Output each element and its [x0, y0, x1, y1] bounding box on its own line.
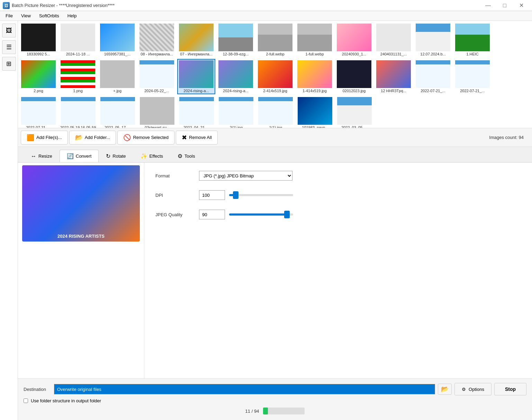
dpi-input[interactable] — [199, 190, 225, 200]
image-thumbnail — [337, 60, 371, 88]
image-cell[interactable]: 2022-07-21_... — [453, 59, 492, 94]
image-cell[interactable]: 2024-rising-a... — [217, 59, 255, 94]
image-cell[interactable]: 2024-11-18 ... — [59, 22, 97, 58]
image-cell[interactable]: 2022-05-19 16-05-59 — [59, 96, 97, 128]
image-cell[interactable]: 1-full.webp — [296, 22, 334, 58]
format-select[interactable]: JPG (*.jpg) JPEG Bitmap PNG (*.png) BMP … — [199, 171, 292, 181]
list-view-button[interactable]: ☰ — [2, 40, 16, 54]
menu-help[interactable]: Help — [63, 12, 81, 20]
menu-bar: File View SoftOrbits Help — [0, 11, 532, 21]
image-label: 2024-11-18 ... — [66, 52, 90, 56]
main-container: 🖼 ☰ ⊞ 18330992 5...2024-11-18 ...1659957… — [0, 21, 532, 420]
format-row: Format JPG (*.jpg) JPEG Bitmap PNG (*.pn… — [155, 171, 521, 181]
preview-panel: 2024 RISING ARTISTS — [18, 163, 144, 378]
browse-button[interactable]: 📂 — [438, 384, 452, 395]
image-thumbnail — [179, 60, 214, 88]
convert-icon: 🔄 — [67, 153, 74, 159]
image-cell[interactable]: 2024-rising-a... — [177, 59, 215, 94]
image-cell[interactable]: 101983_payp... — [296, 96, 334, 128]
add-folder-icon: 📂 — [75, 134, 83, 141]
image-label: 12 HHR3Tpq... — [381, 89, 406, 93]
image-cell[interactable]: 2-414x519.jpg — [256, 59, 294, 94]
preview-label: 2024 RISING ARTISTS — [57, 234, 105, 239]
tab-tools-label: Tools — [184, 154, 195, 159]
image-cell[interactable]: 2022_05_17_... — [99, 96, 137, 128]
grid-view-button[interactable]: ⊞ — [2, 57, 16, 71]
image-cell[interactable]: 1-414x519.jpg — [296, 59, 334, 94]
lower-panel: 2024 RISING ARTISTS Format JPG (*.jpg) J… — [18, 163, 532, 378]
image-cell[interactable]: 2.png — [19, 59, 57, 94]
options-button[interactable]: ⚙ Options — [454, 383, 492, 395]
images-count: Images count: 94 — [489, 135, 529, 140]
image-thumbnail — [100, 97, 135, 125]
image-label: 2.png — [34, 89, 43, 93]
image-cell[interactable]: 2022-07-21_... — [414, 59, 452, 94]
tab-rotate[interactable]: ↻ Rotate — [99, 150, 133, 162]
close-button[interactable]: ✕ — [513, 0, 529, 11]
maximize-button[interactable]: □ — [497, 0, 513, 11]
image-cell[interactable]: 2024-05-22_... — [138, 59, 176, 94]
image-cell[interactable]: 1659957381_... — [98, 22, 136, 58]
destination-input[interactable] — [54, 384, 435, 394]
image-thumbnail — [218, 60, 253, 88]
image-cell[interactable]: 08 - Ингерманла... — [138, 22, 176, 58]
image-cell[interactable]: 2022_03_05_... — [335, 96, 373, 128]
tab-tools[interactable]: ⚙ Tools — [170, 150, 202, 162]
image-thumbnail — [297, 60, 332, 88]
tab-rotate-label: Rotate — [112, 154, 126, 159]
image-cell[interactable]: 12.07.2024.b... — [414, 22, 452, 58]
image-cell[interactable]: 2022-07-21_... — [19, 96, 57, 128]
image-thumbnail — [258, 60, 292, 88]
progress-text: 11 / 94 — [245, 409, 259, 414]
image-cell[interactable]: 12 HHR3Tpq... — [375, 59, 413, 94]
add-files-button[interactable]: 🟧 Add File(s)... — [21, 131, 68, 145]
image-cell[interactable]: 1(1).jpg — [256, 96, 295, 128]
jpeg-quality-input[interactable] — [199, 210, 225, 219]
image-label: 08 - Ингерманла... — [141, 52, 173, 56]
image-cell[interactable]: 2-full.webp — [256, 22, 294, 58]
minimize-button[interactable]: — — [480, 0, 496, 11]
image-cell[interactable]: 03stewart-su... — [138, 96, 176, 128]
image-thumbnail — [416, 24, 450, 51]
bottom-bar: Destination 📂 ⚙ Options Stop Use folder … — [18, 378, 532, 420]
remove-selected-button[interactable]: 🚫 Remove Selected — [117, 131, 174, 145]
add-folder-button[interactable]: 📂 Add Folder... — [69, 131, 116, 145]
tab-effects[interactable]: ✨ Effects — [133, 150, 171, 162]
image-label: 2(1).jpg — [230, 125, 243, 128]
add-files-label: Add File(s)... — [36, 135, 62, 140]
image-thumbnail — [337, 24, 371, 51]
dpi-slider[interactable] — [229, 194, 293, 196]
menu-file[interactable]: File — [1, 12, 17, 20]
title-bar-controls: — □ ✕ — [480, 0, 529, 11]
stop-button[interactable]: Stop — [494, 383, 526, 395]
image-label: 2022-07-21_... — [26, 125, 51, 128]
image-cell[interactable]: +.jpg — [98, 59, 136, 94]
image-cell[interactable]: 1.HEIC — [453, 22, 492, 58]
tab-convert[interactable]: 🔄 Convert — [60, 150, 99, 162]
image-cell[interactable]: 12-38-09-ezg... — [217, 22, 255, 58]
image-cell[interactable]: 2(1).jpg — [217, 96, 255, 128]
image-cell[interactable]: 1.png — [59, 59, 97, 94]
menu-view[interactable]: View — [17, 12, 35, 20]
image-grid[interactable]: 18330992 5...2024-11-18 ...1659957381_..… — [18, 21, 532, 128]
settings-panel: Format JPG (*.jpg) JPEG Bitmap PNG (*.pn… — [144, 163, 532, 378]
remove-selected-icon: 🚫 — [123, 134, 131, 141]
remove-all-button[interactable]: ✖ Remove All — [176, 131, 218, 145]
image-cell[interactable]: 02012023.jpg — [335, 59, 373, 94]
folder-structure-checkbox[interactable] — [24, 399, 28, 403]
images-view-button[interactable]: 🖼 — [2, 24, 16, 37]
image-cell[interactable]: 2404031131_... — [375, 22, 413, 58]
jpeg-quality-slider[interactable] — [229, 213, 293, 216]
image-cell[interactable]: 2022_04_21_... — [178, 96, 216, 128]
image-cell[interactable]: 20240930_1... — [335, 22, 373, 58]
image-thumbnail — [258, 97, 293, 125]
menu-softorbits[interactable]: SoftOrbits — [35, 12, 63, 20]
image-label: 2022_03_05_... — [341, 125, 368, 128]
image-label: 1-full.webp — [305, 52, 324, 56]
image-cell[interactable]: 07 - Ингерманла... — [177, 22, 215, 58]
image-thumbnail — [61, 24, 95, 51]
image-label: 2022-07-21_... — [421, 89, 445, 93]
tab-resize[interactable]: ↔ Resize — [24, 150, 60, 162]
image-cell[interactable]: 18330992 5... — [19, 22, 57, 58]
image-label: 18330992 5... — [27, 52, 50, 56]
